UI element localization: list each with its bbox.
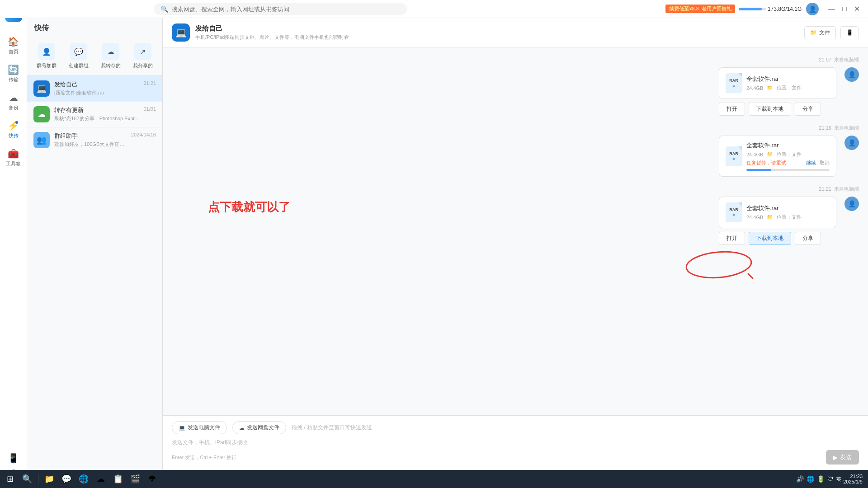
open-btn-1[interactable]: 打开 [719,103,745,116]
send-pc-file-btn[interactable]: 💻 发送电脑文件 [172,421,227,434]
taskbar-explorer[interactable]: 📁 [41,471,57,487]
file-name-3: 全套软件.rar [746,204,830,212]
search-input-wrap[interactable]: 🔍 [154,3,407,15]
progress-fill [746,169,771,171]
message-row-3: 👤 RAR ≡ 全套软件.rar [172,197,859,245]
storage-info: 173.8G/14.1G [739,6,802,12]
file-location-1: 位置：文件 [777,84,802,91]
file-meta-1: 24.4GB 📁 位置：文件 [746,84,830,91]
taskbar: ⊞ 🔍 📁 💬 🌐 ☁ 📋 🎬 🌩 🔊 🌐 🔋 🛡 英 21:23 2025/1… [0,470,868,488]
quick-action-add-group[interactable]: 👤 群号加群 [37,43,57,69]
file-meta-3: 24.4GB 📁 位置：文件 [746,214,830,221]
file-icon-rar-2: RAR ≡ [726,146,742,166]
input-actions: 💻 发送电脑文件 ☁ 发送网盘文件 拖拽 / 粘贴文件至窗口可快速发送 [172,421,859,434]
chat-header-text: 发给自己 手机/PC/iPad多端同步文档、图片、文件等，电脑文件手机也能随时看 [195,24,349,41]
search-button[interactable]: 🔍 [19,471,35,487]
start-button[interactable]: ⊞ [2,471,18,487]
restore-button[interactable]: □ [839,3,850,15]
annotation-circle-svg [683,249,755,281]
send-btn-label: 发送 [840,453,852,461]
close-button[interactable]: ✕ [850,3,863,15]
task-links: 继续 取消 [806,160,830,166]
shield-icon-taskbar[interactable]: 🛡 [827,475,834,483]
volume-icon[interactable]: 🔊 [796,475,804,483]
taskbar-cloud2[interactable]: 🌩 [144,471,160,487]
sidebar-label-transfer: 传输 [9,76,19,83]
chat-item-group[interactable]: 👥 群组助手 建群加好友，100GB大文件直接发 2024/04/16 [27,127,162,153]
send-button[interactable]: ▶ 发送 [826,450,859,465]
msg-time-3: 21:21 来自电脑端 [172,186,859,192]
mobile-icon: 📱 [846,29,853,36]
chat-time-transfer: 01/01 [143,106,156,112]
sidebar-item-quicksend[interactable]: ⚡ 快传 [0,116,27,144]
chat-header-title: 发给自己 [195,24,349,33]
file-icon-rar-3: RAR ≡ [726,202,742,222]
file-location-icon-2: 📁 [767,151,773,157]
sidebar-item-transfer[interactable]: 🔄 传输 [0,60,27,88]
messages-area: 21:07 来自电脑端 👤 RAR ≡ [163,47,868,415]
taskbar-recorder[interactable]: 🎬 [127,471,143,487]
sidebar-label-home: 首页 [9,48,19,55]
sidebar-nav: 🏠 首页 🔄 传输 ☁ 备份 ⚡ 快传 🧰 工具箱 [0,32,27,172]
taskbar-right: 🔊 🌐 🔋 🛡 英 21:23 2025/1/9 [796,474,866,484]
chat-header-subtitle: 手机/PC/iPad多端同步文档、图片、文件等，电脑文件手机也能随时看 [195,34,349,41]
msg-avatar-2: 👤 [844,136,859,150]
chat-name-group: 群组助手 [54,132,127,140]
chat-item-transfer[interactable]: ☁ 转存有更新 果核*壳187的分享：Photoshop Expr... 01/… [27,102,162,127]
quick-action-create-group[interactable]: 💬 创建群组 [69,43,89,69]
drag-hint: 拖拽 / 粘贴文件至窗口可快速发送 [292,421,372,434]
download-btn-1[interactable]: 下载到本地 [749,103,791,116]
sidebar-item-home[interactable]: 🏠 首页 [0,32,27,60]
task-status: 任务暂停，请重试 继续 取消 [746,160,830,166]
chat-name-transfer: 转存有更新 [54,106,139,114]
clock: 21:23 [843,474,863,479]
shared-icon: ↗ [134,43,151,60]
lang-indicator[interactable]: 英 [836,476,841,483]
search-input[interactable] [172,6,400,13]
battery-icon[interactable]: 🔋 [817,475,825,483]
sidebar: 奇克 🏠 首页 🔄 传输 ☁ 备份 ⚡ 快传 🧰 工具箱 📱 🔒 [0,0,27,488]
open-btn-3[interactable]: 打开 [719,232,745,245]
file-manager-btn[interactable]: 📁 文件 [804,26,836,39]
msg-content-2: RAR ≡ 全套软件.rar 24.4GB 📁 位置：文件 [719,136,836,177]
chat-time-group: 2024/04/16 [131,132,156,137]
cancel-link[interactable]: 取消 [820,160,830,166]
chat-list: 💻 发给自己 [压缩文件]全套软件.rar 21:21 ☁ 转存有更新 果核*壳… [27,76,162,470]
sidebar-phone-btn[interactable]: 📱 [8,453,19,464]
network-icon[interactable]: 🌐 [807,475,814,483]
taskbar-wechat[interactable]: 💬 [58,471,75,487]
chat-item-self[interactable]: 💻 发给自己 [压缩文件]全套软件.rar 21:21 [27,76,162,102]
resume-link[interactable]: 继续 [806,160,816,166]
minimize-button[interactable]: — [824,3,839,15]
search-icon: 🔍 [160,5,168,13]
input-area: 💻 发送电脑文件 ☁ 发送网盘文件 拖拽 / 粘贴文件至窗口可快速发送 发送文件… [163,415,868,470]
storage-text: 173.8G/14.1G [768,6,802,12]
chat-avatar-group: 👥 [33,132,50,148]
sidebar-item-toolbox[interactable]: 🧰 工具箱 [0,144,27,172]
share-btn-3[interactable]: 分享 [795,232,821,245]
mobile-btn[interactable]: 📱 [840,26,859,39]
share-btn-1[interactable]: 分享 [795,103,821,116]
left-panel-header: 快传 [27,18,162,38]
send-hint: Enter 发送，Ctrl + Enter 换行 [172,454,236,461]
quick-action-shared[interactable]: ↗ 我分享的 [133,43,153,69]
file-details-2: 全套软件.rar 24.4GB 📁 位置：文件 任务暂停，请重试 继续 [746,141,830,171]
taskbar-clipboard[interactable]: 📋 [110,471,126,487]
download-btn-3[interactable]: 下载到本地 [749,232,791,245]
sync-hint: 发送文件，手机、iPad同步接收 [172,439,859,446]
quick-action-saved[interactable]: ☁ 我转存的 [101,43,121,69]
taskbar-quke[interactable]: ☁ [93,471,109,487]
send-cloud-file-btn[interactable]: ☁ 发送网盘文件 [232,421,286,434]
panel-title: 快传 [34,23,49,33]
taskbar-sys-icons: 🔊 🌐 🔋 🛡 英 [796,475,841,483]
taskbar-edge[interactable]: 🌐 [75,471,92,487]
chat-info-group: 群组助手 建群加好友，100GB大文件直接发 [54,132,127,148]
sidebar-item-backup[interactable]: ☁ 备份 [0,88,27,116]
chat-avatar-transfer: ☁ [33,106,50,122]
message-group-1: 21:07 来自电脑端 👤 RAR ≡ [172,56,859,116]
file-card-2: RAR ≡ 全套软件.rar 24.4GB 📁 位置：文件 [719,136,836,177]
file-icon: 📁 [810,29,817,36]
user-avatar[interactable]: 👤 [806,3,819,15]
cloud-file-icon: ☁ [239,425,245,431]
file-actions-1: 打开 下载到本地 分享 [719,103,836,116]
